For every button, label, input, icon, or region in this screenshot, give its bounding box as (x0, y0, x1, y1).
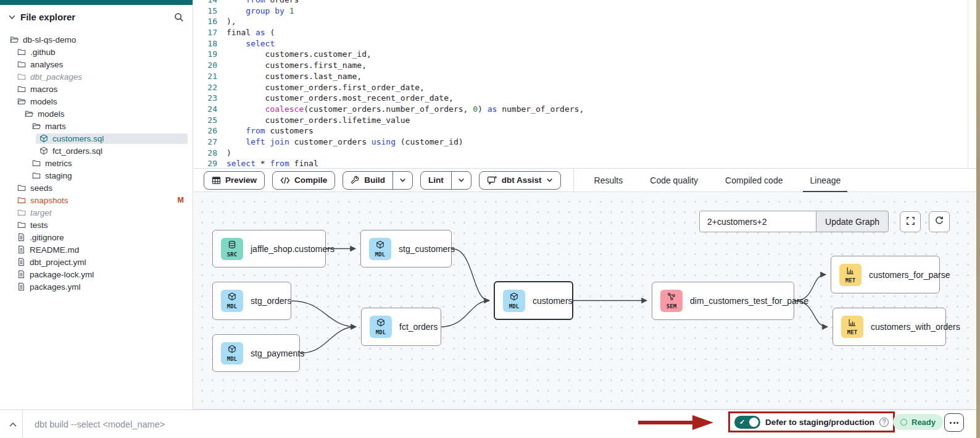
tree-item-readme-md[interactable]: README.md (0, 243, 193, 256)
folder-icon (17, 72, 26, 81)
tree-item-db-sl-qs-demo[interactable]: db-sl-qs-demo (0, 33, 193, 46)
tree-item--github[interactable]: .github (0, 46, 193, 58)
tab-lineage[interactable]: Lineage (808, 168, 842, 192)
editor-toolbar: Preview Compile Build (194, 168, 976, 192)
tree-item-label: db-sl-qs-demo (23, 35, 76, 44)
dbt-assist-label: dbt Assist (502, 175, 542, 185)
tree-item-label: staging (45, 171, 72, 180)
tree-item-macros[interactable]: macros (0, 83, 193, 95)
lineage-node-jaffle-shop-customers[interactable]: SRC jaffle_shop.customers (212, 230, 326, 267)
line-number: 22 (194, 82, 217, 93)
build-dropdown[interactable] (392, 172, 412, 189)
line-code: ) (226, 148, 231, 159)
tree-item-models[interactable]: models (0, 95, 193, 107)
code-line: 14 from orders (194, 0, 976, 6)
tree-item-marts[interactable]: marts (0, 120, 193, 132)
line-number: 18 (194, 38, 217, 49)
cube-icon (376, 318, 385, 329)
lineage-node-dim-customers-test-for-parse[interactable]: SEM dim_customers_test_for_parse (652, 282, 794, 320)
line-number: 26 (194, 125, 217, 137)
tree-item-label: seeds (30, 183, 52, 193)
folder-open-icon (10, 35, 19, 44)
tree-item-customers-sql[interactable]: customers.sql (0, 132, 193, 145)
defer-toggle[interactable]: ✓ (734, 416, 760, 429)
fullscreen-button[interactable] (900, 211, 921, 232)
tree-item-staging[interactable]: staging (0, 169, 193, 182)
metric-badge: MET (839, 264, 862, 286)
build-button[interactable]: Build (343, 171, 413, 190)
lineage-node-stg-orders[interactable]: MDL stg_orders (212, 282, 291, 320)
lineage-node-fct-orders[interactable]: MDL fct_orders (361, 308, 441, 346)
more-options-button[interactable] (944, 413, 964, 432)
preview-button[interactable]: Preview (204, 171, 265, 190)
tree-item-dbt-project-yml[interactable]: dbt_project.yml (0, 256, 193, 268)
lint-label: Lint (428, 175, 444, 185)
lint-button[interactable]: Lint (420, 171, 471, 190)
tree-item-dbt-packages[interactable]: dbt_packages (0, 70, 193, 83)
tree-item-label: target (30, 208, 52, 217)
help-icon[interactable]: ? (879, 418, 889, 427)
tree-item-packages-yml[interactable]: packages.yml (0, 280, 193, 293)
file-icon (17, 233, 25, 242)
tab-code-quality[interactable]: Code quality (648, 168, 700, 192)
tree-item-seeds[interactable]: seeds (0, 182, 193, 194)
tree-item-analyses[interactable]: analyses (0, 58, 193, 70)
cube-icon (228, 292, 236, 303)
tree-item-target[interactable]: target (0, 206, 193, 219)
dbt-assist-button[interactable]: dbt Assist (479, 171, 561, 190)
code-line: 26 from customers (194, 125, 976, 137)
code-line: 23 customer_orders.most_recent_order_dat… (194, 93, 976, 104)
folder-icon (32, 171, 41, 180)
lint-dropdown[interactable] (451, 172, 471, 189)
tree-item-snapshots[interactable]: snapshotsM (0, 194, 193, 206)
sql-code-editor[interactable]: 14 from orders15 group by 116),17final a… (194, 0, 976, 168)
collapse-panel-button[interactable] (6, 419, 20, 430)
tree-item--gitignore[interactable]: .gitignore (0, 231, 193, 243)
update-graph-button[interactable]: Update Graph (816, 211, 889, 232)
tree-item-label: macros (30, 85, 57, 94)
lineage-node-customers-for-parse[interactable]: MET customers_for_parse (831, 256, 940, 293)
defer-label: Defer to staging/production (765, 418, 874, 427)
search-icon[interactable] (174, 12, 184, 22)
chevron-down-icon (458, 177, 465, 183)
editor-scrollbar[interactable] (968, 0, 968, 168)
lineage-node-stg-payments[interactable]: MDL stg_payments (212, 334, 300, 372)
file-tree: db-sl-qs-demo.githubanalysesdbt_packages… (0, 33, 193, 293)
desktop-edge (976, 0, 980, 438)
tab-results[interactable]: Results (592, 168, 625, 192)
line-number: 16 (194, 16, 217, 27)
line-code: ), (226, 16, 236, 27)
lineage-node-stg-customers[interactable]: MDL stg_customers (360, 230, 452, 267)
cube-icon (39, 146, 48, 155)
tree-item-tests[interactable]: tests (0, 219, 193, 231)
tree-item-metrics[interactable]: metrics (0, 157, 193, 169)
lineage-selector-input[interactable] (699, 211, 816, 232)
dbt-command-input[interactable] (35, 416, 405, 432)
lineage-graph[interactable]: Update Graph SRC jaffle_shop.customers (194, 192, 976, 410)
chevron-down-icon[interactable] (9, 14, 15, 20)
status-badge: Ready (893, 414, 943, 430)
tree-item-models[interactable]: models (0, 107, 193, 120)
cube-icon (39, 134, 48, 143)
lineage-node-customers-with-orders[interactable]: MET customers_with_orders (833, 308, 946, 346)
line-code: customers.first_name, (226, 60, 367, 71)
bar-chart-icon (848, 318, 857, 329)
tree-item-label: snapshots (30, 196, 69, 205)
model-badge: MDL (221, 290, 243, 312)
line-code: customer_orders.most_recent_order_date, (226, 93, 454, 104)
tree-item-package-lock-yml[interactable]: package-lock.yml (0, 268, 193, 280)
status-label: Ready (911, 418, 936, 427)
refresh-button[interactable] (929, 211, 950, 232)
line-number: 19 (194, 49, 217, 60)
bar-chart-icon (846, 266, 855, 277)
lineage-node-customers[interactable]: MDL customers (494, 281, 573, 320)
line-code: select * from final (226, 158, 318, 168)
code-line: 15 group by 1 (194, 6, 976, 17)
line-code: group by 1 (226, 6, 294, 17)
compile-button[interactable]: Compile (272, 171, 335, 190)
line-number: 28 (194, 148, 217, 159)
line-number: 25 (194, 115, 217, 126)
cube-icon (228, 345, 236, 356)
tab-compiled-code[interactable]: Compiled code (723, 168, 784, 192)
tree-item-fct-orders-sql[interactable]: fct_orders.sql (0, 145, 193, 157)
